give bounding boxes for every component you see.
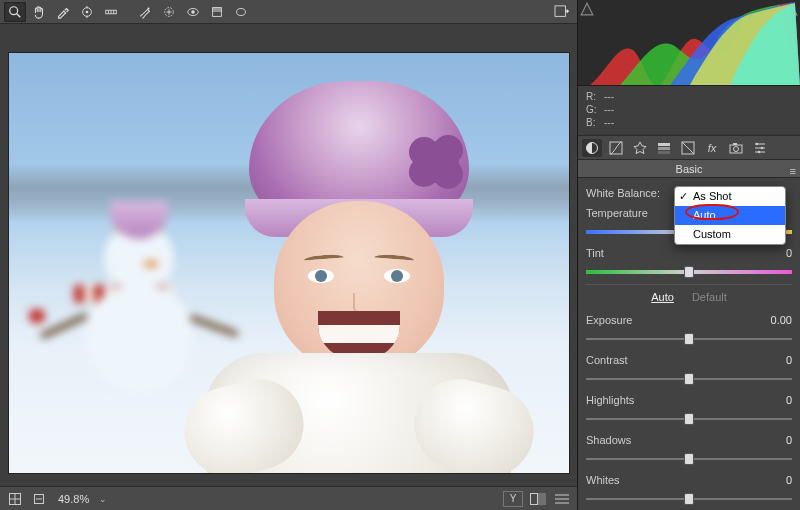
wb-option-auto[interactable]: Auto <box>675 206 785 225</box>
tab-hsl-icon[interactable] <box>654 139 674 157</box>
right-panel: R:--- G:--- B:--- fx Basic ≡ White Balan… <box>578 0 800 510</box>
eyedropper-tool-icon[interactable] <box>52 2 74 22</box>
radial-filter-tool-icon[interactable] <box>230 2 252 22</box>
svg-point-0 <box>10 6 18 14</box>
before-after-icon[interactable] <box>529 491 547 507</box>
hand-tool-icon[interactable] <box>28 2 50 22</box>
svg-point-13 <box>191 10 195 14</box>
svg-point-43 <box>758 150 761 153</box>
histogram[interactable] <box>578 0 800 86</box>
highlights-label: Highlights <box>586 394 744 406</box>
shadows-label: Shadows <box>586 434 744 446</box>
tint-label: Tint <box>586 247 744 259</box>
tint-slider[interactable] <box>586 264 792 278</box>
g-label: G: <box>586 103 604 116</box>
tab-fx-icon[interactable]: fx <box>702 139 722 157</box>
contrast-slider[interactable] <box>586 371 792 385</box>
svg-point-36 <box>734 146 739 151</box>
brush-tool-icon[interactable] <box>134 2 156 22</box>
grad-filter-tool-icon[interactable] <box>206 2 228 22</box>
svg-rect-31 <box>658 147 670 150</box>
shadows-slider[interactable] <box>586 451 792 465</box>
whites-value[interactable]: 0 <box>744 474 792 486</box>
svg-line-34 <box>682 142 694 154</box>
panel-tab-strip: fx <box>578 136 800 160</box>
whites-slider[interactable] <box>586 491 792 505</box>
photo-preview <box>9 53 569 473</box>
whites-label: Whites <box>586 474 744 486</box>
exposure-value[interactable]: 0.00 <box>744 314 792 326</box>
tab-tone-curve-icon[interactable] <box>606 139 626 157</box>
redeye-tool-icon[interactable] <box>182 2 204 22</box>
svg-rect-17 <box>555 5 566 16</box>
wb-option-custom[interactable]: Custom <box>675 225 785 244</box>
zoom-tool-icon[interactable] <box>4 2 26 22</box>
tab-split-icon[interactable] <box>678 139 698 157</box>
spot-tool-icon[interactable] <box>158 2 180 22</box>
snowman-illustration <box>69 223 209 443</box>
svg-point-10 <box>147 7 149 9</box>
svg-rect-37 <box>733 143 737 145</box>
svg-line-1 <box>17 13 21 17</box>
rgb-readout: R:--- G:--- B:--- <box>578 86 800 136</box>
tab-presets-icon[interactable] <box>750 139 770 157</box>
contrast-value[interactable]: 0 <box>744 354 792 366</box>
svg-point-3 <box>86 10 89 13</box>
tab-camera-icon[interactable] <box>726 139 746 157</box>
tab-detail-icon[interactable] <box>630 139 650 157</box>
zoom-chevron-icon[interactable]: ⌄ <box>99 494 107 504</box>
svg-point-41 <box>756 142 759 145</box>
b-label: B: <box>586 116 604 129</box>
highlights-slider[interactable] <box>586 411 792 425</box>
b-value: --- <box>604 117 614 128</box>
svg-rect-30 <box>658 143 670 146</box>
straighten-tool-icon[interactable] <box>100 2 122 22</box>
fit-y-button[interactable]: Y <box>503 491 523 507</box>
svg-rect-15 <box>213 7 222 11</box>
exposure-slider[interactable] <box>586 331 792 345</box>
target-wb-tool-icon[interactable] <box>76 2 98 22</box>
tab-basic-icon[interactable] <box>582 139 602 157</box>
tint-value[interactable]: 0 <box>744 247 792 259</box>
girl-illustration <box>189 81 529 473</box>
image-canvas-area[interactable] <box>0 24 577 486</box>
svg-rect-32 <box>658 151 670 154</box>
app-root: 49.8% ⌄ Y R:--- G:--- B:--- <box>0 0 800 510</box>
svg-rect-24 <box>539 493 546 504</box>
panel-title-label: Basic <box>676 163 703 175</box>
contrast-label: Contrast <box>586 354 744 366</box>
white-balance-dropdown[interactable]: As Shot Auto Custom <box>674 186 786 245</box>
exposure-label: Exposure <box>586 314 744 326</box>
highlights-value[interactable]: 0 <box>744 394 792 406</box>
svg-point-42 <box>761 146 764 149</box>
left-pane: 49.8% ⌄ Y <box>0 0 578 510</box>
top-toolbar <box>0 0 577 24</box>
svg-rect-23 <box>531 493 538 504</box>
g-value: --- <box>604 104 614 115</box>
r-label: R: <box>586 90 604 103</box>
panel-title: Basic ≡ <box>578 160 800 178</box>
histogram-curves <box>578 0 800 86</box>
zoom-level[interactable]: 49.8% <box>54 493 93 505</box>
wb-option-as-shot[interactable]: As Shot <box>675 187 785 206</box>
auto-link[interactable]: Auto <box>651 291 674 303</box>
default-link[interactable]: Default <box>692 291 727 303</box>
status-bar: 49.8% ⌄ Y <box>0 486 577 510</box>
r-value: --- <box>604 91 614 102</box>
grid-toggle-icon[interactable] <box>6 491 24 507</box>
minus-icon[interactable] <box>30 491 48 507</box>
new-snapshot-icon[interactable] <box>551 2 573 22</box>
svg-point-16 <box>237 8 246 15</box>
settings-lines-icon[interactable] <box>553 491 571 507</box>
shadows-value[interactable]: 0 <box>744 434 792 446</box>
